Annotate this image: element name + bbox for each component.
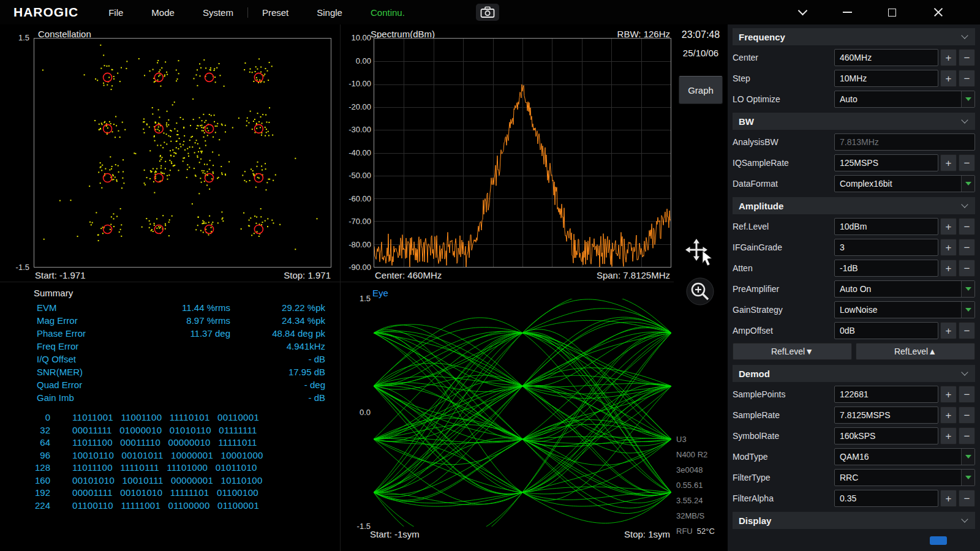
iq-sample-rate-input[interactable]: 125MSPS xyxy=(834,154,938,171)
section-amplitude: Amplitude Ref.Level 10dBm + − IFGainGrad… xyxy=(733,197,975,360)
sample-points-decrement-button[interactable]: − xyxy=(959,386,975,403)
lo-optimize-select[interactable]: Auto xyxy=(834,91,975,108)
bits-bytes: 00101010 10010111 00000001 10110100 xyxy=(72,475,263,485)
menu-continuous[interactable]: Continu. xyxy=(356,7,419,18)
section-header-demod[interactable]: Demod xyxy=(733,365,975,382)
step-increment-button[interactable]: + xyxy=(940,70,957,87)
y-axis-tick: -1.5 xyxy=(341,521,371,532)
reflevel-down-button[interactable]: RefLevel▼ xyxy=(733,343,852,360)
y-axis-tick: 0.0 xyxy=(341,407,371,418)
mod-type-label: ModType xyxy=(733,452,834,462)
step-decrement-button[interactable]: − xyxy=(959,70,975,87)
constellation-plot[interactable] xyxy=(34,38,331,268)
row-analysis-bw: AnalysisBW 7.813MHz xyxy=(733,133,975,151)
device-info-line: U3 xyxy=(676,432,726,447)
bits-bytes: 00001111 00101010 11111101 01100100 xyxy=(72,487,258,498)
screenshot-button[interactable] xyxy=(476,4,499,21)
pan-tool-button[interactable] xyxy=(684,238,716,267)
if-gain-grade-decrement-button[interactable]: − xyxy=(959,239,975,256)
maximize-icon xyxy=(888,9,896,17)
partial-control[interactable] xyxy=(930,536,947,545)
bits-row: 192 00001111 00101010 11111101 01100100 xyxy=(0,487,341,500)
amp-offset-increment-button[interactable]: + xyxy=(940,322,957,339)
data-format-select[interactable]: Complex16bit xyxy=(834,175,975,192)
section-title: Amplitude xyxy=(739,201,783,211)
row-sample-rate: SampleRate 7.8125MSPS + − xyxy=(733,407,975,424)
gain-strategy-select[interactable]: LowNoise xyxy=(834,301,975,318)
iq-sample-rate-increment-button[interactable]: + xyxy=(940,154,957,171)
filter-alpha-increment-button[interactable]: + xyxy=(940,490,957,507)
y-axis-tick: -40.00 xyxy=(341,148,371,159)
chevron-down-icon xyxy=(961,116,968,123)
constellation-y-min: -1.5 xyxy=(0,263,29,272)
metric-label: EVM xyxy=(37,302,57,313)
menu-single[interactable]: Single xyxy=(303,7,356,18)
section-header-display[interactable]: Display xyxy=(733,512,975,529)
section-header-frequency[interactable]: Frequency xyxy=(733,28,975,45)
zoom-tool-button[interactable] xyxy=(685,277,715,306)
y-axis-tick: -80.00 xyxy=(341,239,371,250)
metric-peak-value: 29.22 %pk xyxy=(282,302,325,313)
atten-decrement-button[interactable]: − xyxy=(959,260,975,277)
if-gain-grade-increment-button[interactable]: + xyxy=(940,239,957,256)
atten-input[interactable]: -1dB xyxy=(834,260,938,277)
symbol-rate-input[interactable]: 160kSPS xyxy=(834,427,938,444)
mod-type-select[interactable]: QAM16 xyxy=(834,448,975,465)
graph-tab-button[interactable]: Graph xyxy=(679,76,723,104)
menu-mode[interactable]: Mode xyxy=(137,7,189,18)
mod-type-value: QAM16 xyxy=(840,452,869,462)
bits-row: 128 11011100 11110111 11101000 01011010 xyxy=(0,462,341,475)
center-input[interactable]: 460MHz xyxy=(834,49,938,66)
close-icon xyxy=(933,7,944,18)
cursor-icon xyxy=(703,251,712,266)
center-increment-button[interactable]: + xyxy=(940,49,957,66)
filter-alpha-input[interactable]: 0.35 xyxy=(834,490,938,507)
window-close-button[interactable] xyxy=(924,0,952,24)
bits-bytes: 11011100 00011110 00000010 11111011 xyxy=(72,437,257,448)
window-maximize-button[interactable] xyxy=(878,0,906,24)
preamplifier-select[interactable]: Auto On xyxy=(834,280,975,298)
ref-level-input[interactable]: 10dBm xyxy=(834,218,938,235)
center-decrement-button[interactable]: − xyxy=(959,49,975,66)
symbol-rate-decrement-button[interactable]: − xyxy=(959,427,975,444)
iq-sample-rate-decrement-button[interactable]: − xyxy=(959,154,975,171)
amp-offset-value: 0dB xyxy=(840,326,855,335)
section-header-bw[interactable]: BW xyxy=(733,113,975,130)
dropdown-arrow-icon xyxy=(961,449,974,465)
section-header-amplitude[interactable]: Amplitude xyxy=(733,197,975,214)
reflevel-up-button[interactable]: RefLevel▲ xyxy=(856,343,975,360)
step-input[interactable]: 10MHz xyxy=(834,70,938,87)
sample-rate-increment-button[interactable]: + xyxy=(940,407,957,424)
constellation-panel: Constellation 1.5 -1.5 Start: -1.971 Sto… xyxy=(0,24,341,282)
device-info-line: N400 R2 xyxy=(676,447,726,462)
ref-level-increment-button[interactable]: + xyxy=(940,218,957,235)
filter-alpha-decrement-button[interactable]: − xyxy=(959,490,975,507)
menu-system[interactable]: System xyxy=(189,7,247,18)
menu-file[interactable]: File xyxy=(94,7,137,18)
menu-preset[interactable]: Preset xyxy=(248,7,303,18)
sample-rate-input[interactable]: 7.8125MSPS xyxy=(834,407,938,424)
device-info-line: 32MB/S xyxy=(676,508,726,523)
amp-offset-decrement-button[interactable]: − xyxy=(959,322,975,339)
bits-bytes: 00011111 01000010 01010110 01111111 xyxy=(72,425,257,435)
sample-rate-decrement-button[interactable]: − xyxy=(959,407,975,424)
metric-label: SNR(MER) xyxy=(37,367,83,377)
sample-points-increment-button[interactable]: + xyxy=(940,386,957,403)
ref-level-decrement-button[interactable]: − xyxy=(959,218,975,235)
atten-increment-button[interactable]: + xyxy=(940,260,957,277)
center-value: 460MHz xyxy=(840,53,872,62)
symbol-rate-increment-button[interactable]: + xyxy=(940,427,957,444)
spectrum-plot[interactable] xyxy=(374,38,671,268)
dropdown-arrow-icon xyxy=(961,91,974,107)
eye-diagram-plot[interactable] xyxy=(374,299,671,527)
sample-points-input[interactable]: 122681 xyxy=(834,386,938,403)
amp-offset-input[interactable]: 0dB xyxy=(834,322,938,339)
window-minimize-button[interactable] xyxy=(833,0,861,24)
camera-icon xyxy=(480,6,495,18)
y-axis-tick: -30.00 xyxy=(341,124,371,135)
filter-type-select[interactable]: RRC xyxy=(834,469,975,486)
section-bw: BW AnalysisBW 7.813MHz IQSampleRate 125M… xyxy=(733,113,975,192)
rfu-label: RFU xyxy=(676,523,693,539)
if-gain-grade-input[interactable]: 3 xyxy=(834,239,938,256)
window-collapse-button[interactable] xyxy=(788,0,816,24)
